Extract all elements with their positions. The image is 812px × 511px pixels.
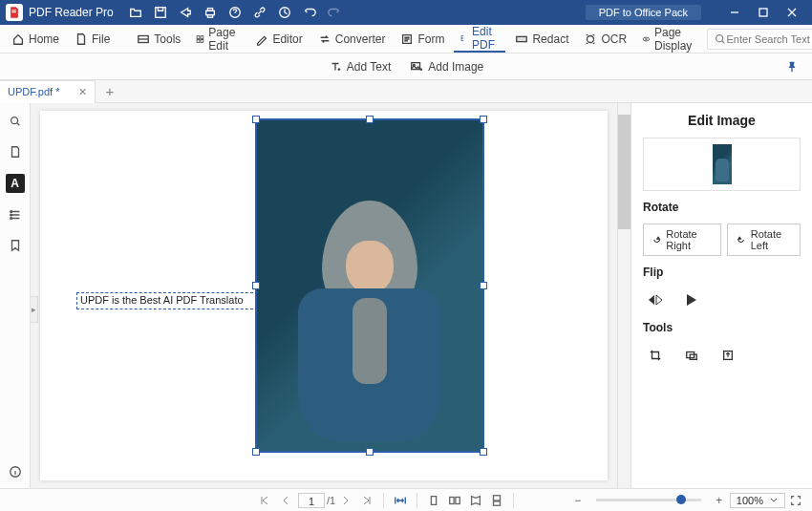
zoom-in-button[interactable]: + — [709, 491, 730, 510]
document-page[interactable]: UPDF is the Best AI PDF Translato — [40, 111, 608, 480]
zoom-out-button[interactable]: − — [567, 491, 588, 510]
svg-rect-13 — [197, 39, 200, 42]
rotate-right-button[interactable]: Rotate Right — [643, 224, 721, 256]
page-total: /1 — [327, 495, 335, 506]
close-tab-icon[interactable]: ✕ — [78, 86, 87, 98]
info-icon[interactable] — [7, 463, 24, 480]
close-button[interactable] — [778, 0, 806, 25]
flip-section-label: Flip — [643, 266, 801, 279]
add-text-button[interactable]: Add Text — [329, 60, 391, 74]
menu-tools[interactable]: Tools — [131, 26, 186, 53]
scrollbar-thumb[interactable] — [618, 115, 630, 229]
search-input[interactable] — [727, 33, 812, 45]
menu-home[interactable]: Home — [6, 26, 65, 53]
footer-separator — [383, 493, 384, 508]
find-icon[interactable] — [7, 113, 24, 130]
next-page-button[interactable] — [335, 491, 356, 510]
menu-tools-label: Tools — [154, 32, 181, 46]
prev-page-button[interactable] — [275, 491, 296, 510]
zoom-slider[interactable] — [596, 499, 701, 501]
menu-converter[interactable]: Converter — [312, 26, 392, 53]
rotate-left-button[interactable]: Rotate Left — [727, 224, 801, 256]
annotations-icon[interactable]: A — [6, 174, 25, 193]
fullscreen-icon[interactable] — [785, 491, 806, 510]
menu-ocr[interactable]: OCR — [578, 26, 632, 53]
menu-page-display[interactable]: Page Display — [636, 26, 702, 53]
svg-point-20 — [716, 34, 722, 41]
first-page-button[interactable] — [254, 491, 275, 510]
resize-handle-tm[interactable] — [366, 116, 374, 123]
thumbnails-icon[interactable] — [7, 143, 24, 160]
print-icon[interactable] — [203, 6, 217, 19]
menu-redact[interactable]: Redact — [509, 26, 574, 53]
bookmarks-icon[interactable] — [7, 237, 24, 254]
resize-handle-ml[interactable] — [252, 282, 260, 289]
footer-separator — [513, 493, 514, 508]
text-box[interactable]: UPDF is the Best AI PDF Translato — [76, 292, 258, 309]
flip-vertical-icon[interactable] — [679, 288, 704, 311]
single-page-icon[interactable] — [423, 491, 444, 510]
menu-page-display-label: Page Display — [654, 26, 697, 53]
resize-handle-tr[interactable] — [480, 116, 487, 123]
menu-bar: Home File Tools Page Edit Editor Convert… — [0, 25, 812, 53]
help-icon[interactable] — [228, 6, 242, 19]
workspace: A ▸ UPDF is the Best AI PDF Translato — [0, 103, 812, 488]
new-tab-button[interactable]: + — [96, 83, 123, 99]
app-logo — [6, 4, 23, 21]
pin-icon[interactable] — [785, 60, 799, 74]
selected-image[interactable] — [255, 118, 484, 453]
resize-handle-br[interactable] — [480, 448, 487, 456]
promo-pill[interactable]: PDF to Office Pack — [586, 5, 701, 20]
menu-page-edit[interactable]: Page Edit — [190, 26, 246, 53]
replace-icon[interactable] — [679, 344, 704, 367]
menu-file[interactable]: File — [69, 26, 116, 53]
menu-form[interactable]: Form — [395, 26, 450, 53]
export-icon[interactable] — [716, 344, 740, 367]
zoom-dropdown[interactable]: 100% — [730, 493, 785, 508]
page-number-input[interactable]: 1 — [298, 493, 325, 508]
minimize-button[interactable] — [720, 0, 749, 25]
reading-mode-icon[interactable] — [486, 491, 507, 510]
crop-icon[interactable] — [643, 344, 668, 367]
resize-handle-tl[interactable] — [252, 116, 260, 123]
search-box[interactable] — [707, 29, 812, 50]
link-icon[interactable] — [253, 6, 267, 19]
svg-rect-34 — [456, 497, 459, 503]
resize-handle-mr[interactable] — [480, 282, 487, 289]
svg-rect-16 — [517, 36, 527, 41]
resize-handle-bm[interactable] — [366, 448, 374, 456]
menu-edit-pdf[interactable]: Edit PDF — [454, 26, 505, 53]
redo-icon[interactable] — [328, 6, 341, 19]
add-image-button[interactable]: Add Image — [410, 60, 483, 74]
last-page-button[interactable] — [356, 491, 377, 510]
svg-point-24 — [11, 117, 17, 124]
rotate-left-label: Rotate Left — [751, 228, 792, 251]
sync-icon[interactable] — [278, 6, 291, 19]
menu-editor-label: Editor — [272, 32, 302, 46]
save-icon[interactable] — [154, 6, 167, 19]
flip-horizontal-icon[interactable] — [643, 288, 668, 311]
svg-rect-11 — [197, 35, 200, 38]
outline-icon[interactable] — [7, 206, 24, 224]
share-icon[interactable] — [179, 6, 192, 19]
image-content — [288, 183, 451, 451]
vertical-scrollbar[interactable] — [617, 103, 630, 488]
undo-icon[interactable] — [303, 6, 316, 19]
left-grip-icon[interactable]: ▸ — [31, 296, 38, 323]
book-view-icon[interactable] — [465, 491, 486, 510]
two-page-icon[interactable] — [444, 491, 465, 510]
document-tab-label: UPDF.pdf * — [8, 86, 59, 97]
add-image-label: Add Image — [428, 60, 483, 74]
menu-page-edit-label: Page Edit — [208, 26, 240, 53]
maximize-button[interactable] — [749, 0, 778, 25]
fit-width-icon[interactable] — [390, 491, 411, 510]
image-preview-thumb — [713, 144, 732, 184]
menu-editor[interactable]: Editor — [249, 26, 308, 53]
panel-title: Edit Image — [643, 113, 801, 128]
menu-file-label: File — [92, 32, 110, 46]
open-folder-icon[interactable] — [129, 6, 142, 19]
resize-handle-bl[interactable] — [252, 448, 260, 456]
document-tab[interactable]: UPDF.pdf * ✕ — [0, 80, 96, 103]
menu-ocr-label: OCR — [601, 32, 627, 46]
zoom-slider-thumb[interactable] — [676, 495, 686, 504]
